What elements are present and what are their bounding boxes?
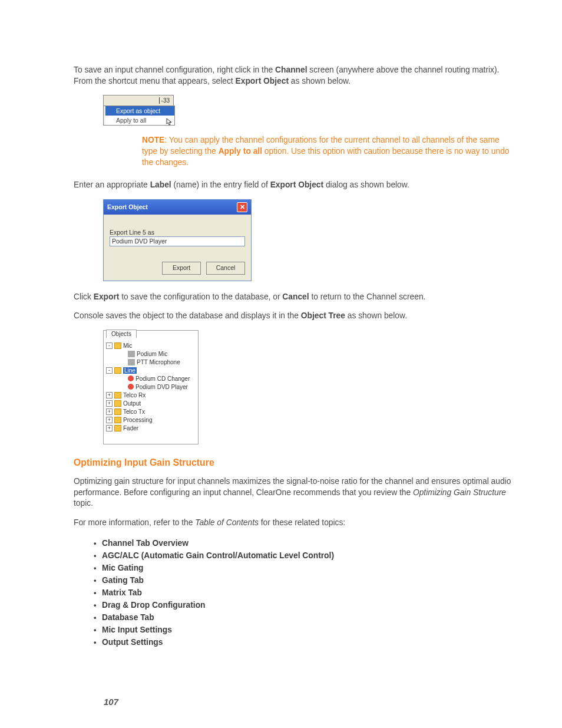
expand-icon[interactable]: +	[106, 409, 113, 415]
context-menu: Export as object Apply to all	[103, 106, 175, 126]
topic-item: AGC/ALC (Automatic Gain Control/Automati…	[94, 549, 515, 562]
tree-node-label: Output	[123, 400, 141, 407]
tree-node-label: Processing	[123, 417, 152, 423]
topic-item: Output Settings	[94, 636, 515, 648]
tree-node-label: Fader	[123, 425, 138, 431]
export-object-dialog-screenshot: Export Object ✕ Export Line 5 as Export …	[103, 199, 515, 281]
object-icon	[128, 384, 134, 390]
cancel-button[interactable]: Cancel	[206, 262, 245, 275]
topic-item: Mic Gating	[94, 562, 515, 574]
tree-node-label: Podium DVD Player	[135, 384, 188, 390]
paragraph-click-export: Click Export to save the configuration t…	[74, 292, 515, 303]
folder-icon	[114, 367, 121, 374]
tree-node[interactable]: Podium DVD Player	[106, 383, 196, 391]
tree-node-label: Telco Rx	[123, 392, 146, 398]
objects-tab[interactable]: Objects	[106, 330, 137, 338]
dialog-label-input[interactable]	[110, 236, 245, 246]
expand-icon[interactable]: +	[106, 425, 113, 431]
folder-icon	[114, 400, 121, 407]
related-topics-list: Channel Tab OverviewAGC/ALC (Automatic G…	[94, 537, 515, 648]
tree-node[interactable]: PTT Microphone	[106, 358, 196, 366]
tree-node-label: Mic	[123, 342, 133, 349]
tree-node[interactable]: Podium CD Changer	[106, 374, 196, 383]
export-button[interactable]: Export	[162, 262, 201, 275]
tree-node[interactable]: +Telco Rx	[106, 391, 196, 399]
paragraph-enter-label: Enter an appropriate Label (name) in the…	[74, 180, 515, 191]
mic-icon	[128, 359, 135, 365]
topic-item: Mic Input Settings	[94, 624, 515, 636]
menu-item-apply-to-all[interactable]: Apply to all	[104, 116, 174, 125]
expand-icon[interactable]: +	[106, 400, 113, 407]
tree-node-label: Telco Tx	[123, 409, 145, 415]
tree-node[interactable]: Podium Mic	[106, 350, 196, 358]
folder-icon	[114, 392, 121, 398]
cursor-icon	[166, 118, 173, 126]
folder-icon	[114, 409, 121, 415]
collapse-icon[interactable]: -	[106, 367, 113, 374]
tree-node-label: Podium CD Changer	[135, 375, 190, 382]
note-block: NOTE: You can apply the channel configur…	[95, 135, 515, 168]
topic-item: Drag & Drop Configuration	[94, 599, 515, 611]
tree-node[interactable]: +Processing	[106, 416, 196, 424]
folder-icon	[114, 342, 121, 349]
topic-item: Matrix Tab	[94, 587, 515, 599]
topic-item: Channel Tab Overview	[94, 537, 515, 549]
menu-item-export-as-object[interactable]: Export as object	[104, 106, 174, 116]
tree-node[interactable]: -Line	[106, 366, 196, 374]
paragraph-console-saves: Console saves the object to the database…	[74, 311, 515, 322]
context-menu-screenshot: -33 Export as object Apply to all	[103, 95, 515, 126]
folder-icon	[114, 425, 121, 431]
mic-icon	[128, 351, 135, 357]
paragraph-optimizing: Optimizing gain structure for input chan…	[74, 476, 515, 509]
collapse-icon[interactable]: -	[106, 342, 113, 349]
paragraph-save-input: To save an input channel configuration, …	[74, 65, 515, 87]
tree-node-label: PTT Microphone	[137, 359, 180, 365]
tree-node[interactable]: +Telco Tx	[106, 407, 196, 416]
tree-node[interactable]: +Output	[106, 399, 196, 407]
page-number: 107	[104, 697, 118, 707]
tree-node-label: Podium Mic	[137, 351, 167, 357]
dialog-title: Export Object	[107, 203, 148, 210]
object-tree-screenshot: Objects -MicPodium MicPTT Microphone-Lin…	[103, 330, 515, 444]
expand-icon[interactable]: +	[106, 417, 113, 423]
tree-node[interactable]: -Mic	[106, 341, 196, 350]
folder-icon	[114, 417, 121, 423]
topic-item: Database Tab	[94, 611, 515, 624]
dialog-titlebar: Export Object ✕	[104, 200, 251, 215]
object-icon	[128, 375, 134, 381]
paragraph-more-info: For more information, refer to the Table…	[74, 518, 515, 529]
tree-node-label: Line	[123, 367, 137, 374]
topic-item: Gating Tab	[94, 574, 515, 587]
expand-icon[interactable]: +	[106, 392, 113, 398]
section-heading-optimizing: Optimizing Input Gain Structure	[74, 457, 515, 468]
close-icon[interactable]: ✕	[237, 202, 247, 212]
dialog-field-label: Export Line 5 as	[110, 229, 245, 236]
slider-value-cell: -33	[103, 95, 174, 106]
tree-node[interactable]: +Fader	[106, 424, 196, 432]
